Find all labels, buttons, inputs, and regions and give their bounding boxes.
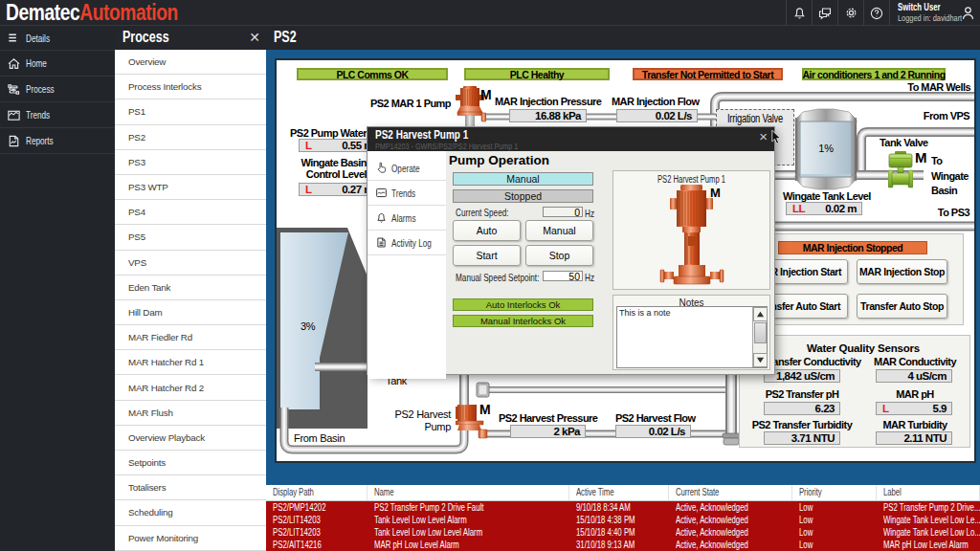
help-button[interactable]	[863, 0, 889, 26]
process-menu-item[interactable]: Hill Dam	[115, 300, 266, 325]
switch-user-button[interactable]: Switch User Logged in: davidhart	[889, 0, 955, 26]
tank-valve-motor-label: M	[915, 149, 926, 165]
start-button[interactable]: Start	[453, 245, 521, 266]
sensor-label: MAR pH	[853, 388, 976, 400]
scroll-up-button[interactable]	[753, 307, 768, 321]
dialog-menu-label: Trends	[391, 187, 415, 199]
alarm-cell: Low	[792, 539, 877, 551]
alarm-row[interactable]: PS2/PMP14202PS2 Transfer Pump 2 Drive Fa…	[266, 501, 980, 514]
alarm-cell: 9/10/18 8:34 AM	[569, 501, 669, 514]
notes-text: This is a note	[619, 308, 671, 318]
process-menu-item[interactable]: PS2	[115, 125, 266, 150]
col-header[interactable]: Priority	[792, 485, 877, 500]
logo-primary: Dematec	[6, 0, 79, 25]
col-header-label: Display Path	[273, 485, 314, 500]
alarm-cell-text: PS2/LIT14203	[273, 526, 321, 539]
process-menu-item[interactable]: Eden Tank	[115, 276, 266, 300]
sidebar-item-home[interactable]: Home	[0, 51, 115, 77]
setpoint-field[interactable]	[543, 271, 583, 281]
scroll-thumb[interactable]	[754, 322, 767, 343]
process-menu-item[interactable]: Power Monitoring	[115, 526, 266, 551]
alarm-cell: 15/10/18 4:38 PM	[569, 514, 669, 526]
process-menu-panel: Process ✕ OverviewProcess InterlocksPS1P…	[115, 26, 266, 551]
wingate-tank-level-label: Wingate Tank Level	[783, 190, 869, 202]
mouse-cursor	[771, 130, 782, 145]
value-text: 2 kPa	[553, 426, 580, 437]
dialog-menu-operate[interactable]: Operate	[368, 156, 446, 181]
stop-button[interactable]: Stop	[525, 245, 593, 266]
tank-valve[interactable]	[888, 151, 913, 189]
dialog-menu-alarms[interactable]: Alarms	[368, 206, 446, 231]
wingate-tank-level-value: LL0.02 m	[786, 202, 862, 215]
sidebar-item-trends[interactable]: Trends	[0, 102, 115, 128]
notes-textarea[interactable]: This is a note	[616, 306, 768, 368]
alarm-cell-text: Wingate Tank Level Low Lo...	[883, 526, 980, 539]
settings-button[interactable]	[837, 0, 863, 26]
col-header[interactable]: Label	[877, 485, 980, 500]
transfer-auto-stop-button[interactable]: Transfer Auto Stop	[857, 294, 947, 319]
process-menu-item[interactable]: PS3	[115, 150, 266, 175]
process-menu-item[interactable]: PS4	[115, 200, 266, 225]
dialog-menu-activity-log[interactable]: Activity Log	[368, 231, 446, 255]
alarm-cell-text: Tank Level Low Low Level Alarm	[374, 526, 482, 539]
alarm-cell-text: 31/10/18 9:13 AM	[576, 539, 635, 551]
notifications-button[interactable]	[786, 0, 812, 26]
process-menu-item[interactable]: Setpoints	[115, 451, 266, 475]
page-title: PS2	[274, 29, 297, 46]
panel-close-icon[interactable]: ✕	[249, 30, 260, 45]
process-menu-item[interactable]: MAR Fiedler Rd	[115, 325, 266, 350]
dialog-menu-trends[interactable]: Trends	[368, 181, 446, 206]
mar-injection-stop-button[interactable]: MAR Injection Stop	[857, 259, 947, 284]
messages-button[interactable]	[812, 0, 837, 26]
mar-injection-panel: MAR Injection Stopped MAR Injection Star…	[746, 233, 964, 325]
alarm-row[interactable]: PS2/LIT14203Tank Level Low Low Level Ala…	[266, 526, 980, 539]
process-menu-item[interactable]: Process Interlocks	[115, 75, 266, 99]
status-plc-healthy: PLC Healthy	[464, 68, 610, 80]
process-menu-item[interactable]: MAR Hatcher Rd 2	[115, 375, 266, 400]
process-menu-item[interactable]: Totalisers	[115, 475, 266, 500]
auto-mode-button[interactable]: Auto	[453, 220, 521, 241]
current-speed-field[interactable]	[543, 207, 583, 217]
process-menu-item[interactable]: Scheduling	[115, 500, 266, 525]
alarm-cell: Active, Acknowledged	[669, 501, 792, 514]
process-menu-item[interactable]: MAR Hatcher Rd 1	[115, 350, 266, 375]
pump-operation-title: Pump Operation	[449, 153, 549, 167]
alarm-row[interactable]: PS2/AIT14216MAR pH Low Level Alarm31/10/…	[266, 539, 980, 551]
pump-dialog-header[interactable]: PS2 Harvest Pump 1 PMP14203 - GWRS/PS2/P…	[368, 127, 774, 151]
alarm-table-body: PS2/PMP14202PS2 Transfer Pump 2 Drive Fa…	[266, 501, 980, 551]
col-header[interactable]: Name	[368, 485, 569, 500]
pump-image	[642, 185, 742, 286]
activity-log-icon	[375, 236, 388, 249]
alarm-flag: LL	[792, 203, 805, 214]
col-header[interactable]: Current State	[669, 485, 792, 500]
sidebar-item-reports[interactable]: Reports	[0, 128, 115, 154]
value-text: 16.88 kPa	[535, 110, 581, 121]
col-header[interactable]: Active Time	[569, 485, 669, 500]
alarm-cell-text: PS2 Transfer Pump 2 Drive...	[883, 501, 980, 514]
sidebar-details-toggle[interactable]: Details	[0, 26, 115, 51]
sidebar-item-process[interactable]: Process	[0, 77, 115, 102]
alarm-row[interactable]: PS2/LIT14203Tank Level Low Level Alarm15…	[266, 514, 980, 526]
setpoint-unit: Hz	[585, 272, 594, 283]
process-menu-item[interactable]: Overview Playback	[115, 426, 266, 451]
injection-pressure-label: MAR Injection Pressure	[495, 96, 600, 107]
dialog-close-icon[interactable]: ×	[759, 128, 768, 144]
manual-mode-button[interactable]: Manual	[525, 220, 593, 241]
value-text: 3.71 NTU	[791, 432, 835, 444]
process-menu-item[interactable]: VPS	[115, 251, 266, 276]
process-menu-item[interactable]: PS5	[115, 225, 266, 250]
process-menu-item[interactable]: MAR Flush	[115, 401, 266, 426]
scroll-down-button[interactable]	[753, 353, 768, 367]
process-menu-item[interactable]: PS3 WTP	[115, 175, 266, 200]
value-text: 6.23	[815, 403, 835, 414]
process-menu-item[interactable]: Overview	[115, 50, 266, 75]
notes-scrollbar[interactable]	[752, 307, 767, 367]
status-transfer-not-permitted: Transfer Not Permitted to Start	[633, 68, 783, 80]
harvest-flow-value: 0.02 L/s	[615, 425, 691, 438]
process-menu-item[interactable]: PS1	[115, 99, 266, 124]
mar1-pump-label: PS2 MAR 1 Pump	[370, 98, 451, 109]
col-header[interactable]: Display Path	[266, 485, 368, 500]
flow-label-to-wingate-basin: ToWingateBasin	[931, 154, 969, 199]
alarm-flag: L	[305, 140, 312, 151]
alarm-cell: 15/10/18 4:40 PM	[569, 526, 669, 539]
